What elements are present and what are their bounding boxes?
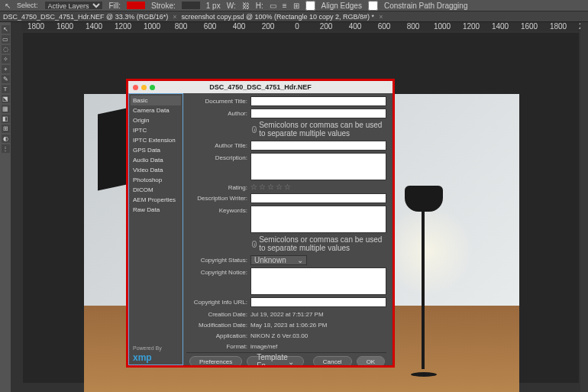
author-title-label: Author Title: xyxy=(186,141,247,149)
metadata-form: Document Title: Author: iSemicolons or c… xyxy=(183,93,393,365)
dialog-footer: Preferences Template Fo… ⌄ Cancel OK xyxy=(186,352,386,365)
category-raw-data[interactable]: Raw Data xyxy=(131,205,181,215)
category-origin[interactable]: Origin xyxy=(131,115,181,125)
tool-button[interactable]: ⊞ xyxy=(2,125,10,133)
fill-swatch[interactable] xyxy=(127,2,145,9)
file-info-dialog: DSC_4750_DSC_4751_Hdr.NEF BasicCamera Da… xyxy=(126,79,395,368)
format-label: Format: xyxy=(186,342,247,350)
powered-by-label: Powered By xyxy=(131,344,181,352)
category-iptc-extension[interactable]: IPTC Extension xyxy=(131,135,181,145)
category-photoshop[interactable]: Photoshop xyxy=(131,175,181,185)
tool-button[interactable]: ✎ xyxy=(2,75,10,83)
stroke-label: Stroke: xyxy=(151,2,176,10)
tool-button[interactable]: ⋮ xyxy=(2,144,10,153)
author-title-input[interactable] xyxy=(250,141,386,151)
tool-button[interactable]: ◌ xyxy=(2,45,10,53)
preferences-button[interactable]: Preferences xyxy=(189,356,242,365)
constrain-checkbox[interactable] xyxy=(368,1,378,11)
horizontal-ruler: 1800160014001200100080060040020002004006… xyxy=(21,22,580,31)
application-value: NIKON Z 6 Ver.03.00 xyxy=(250,331,386,339)
category-basic[interactable]: Basic xyxy=(131,96,181,105)
format-value: image/nef xyxy=(250,342,386,350)
copyright-url-input[interactable] xyxy=(250,297,386,307)
right-panel-strip[interactable] xyxy=(580,22,588,392)
doc-title-input[interactable] xyxy=(250,96,386,106)
keywords-label: Keywords: xyxy=(186,206,247,214)
mod-date-label: Modification Date: xyxy=(186,320,247,329)
copyright-status-label: Copyright Status: xyxy=(186,255,247,264)
tool-button[interactable]: ↖ xyxy=(2,25,10,34)
document-tabs: DSC_4750_DSC_4751_Hdr.NEF @ 33.3% (RGB/1… xyxy=(0,11,588,22)
tools-panel: ↖▭◌✧⌖✎T⬔▦◧⊞◐⋮ xyxy=(0,22,11,392)
info-icon: i xyxy=(252,241,257,248)
path-ops-icon[interactable]: ▭ xyxy=(270,2,276,10)
tool-button[interactable]: ◧ xyxy=(2,115,10,123)
arrange-icon[interactable]: ⊞ xyxy=(293,2,299,10)
author-hint: Semicolons or commas can be used to sepa… xyxy=(259,121,386,138)
category-audio-data[interactable]: Audio Data xyxy=(131,155,181,165)
tool-button[interactable]: ▦ xyxy=(2,105,10,113)
tool-button[interactable]: ✧ xyxy=(2,55,10,63)
tool-button[interactable]: ▭ xyxy=(2,35,10,44)
align-icon[interactable]: ≡ xyxy=(283,2,287,10)
creation-date-value: Jul 19, 2022 at 7:51:27 PM xyxy=(250,309,386,318)
category-iptc[interactable]: IPTC xyxy=(131,125,181,135)
metadata-category-list: BasicCamera DataOriginIPTCIPTC Extension… xyxy=(128,93,183,365)
keywords-input[interactable] xyxy=(250,206,386,233)
mod-date-value: May 18, 2023 at 1:06:26 PM xyxy=(250,320,386,329)
align-edges-label: Align Edges xyxy=(321,2,362,10)
info-icon: i xyxy=(252,126,257,133)
chevron-down-icon: ⌄ xyxy=(288,358,294,366)
tab-doc-1[interactable]: DSC_4750_DSC_4751_Hdr.NEF @ 33.3% (RGB/1… xyxy=(3,13,168,21)
link-icon[interactable]: ⛓ xyxy=(242,2,250,10)
tool-button[interactable]: ⬔ xyxy=(2,95,10,103)
w-label: W: xyxy=(227,2,236,10)
lamp-in-image xyxy=(405,186,466,377)
copyright-notice-label: Copyright Notice: xyxy=(186,267,247,276)
category-camera-data[interactable]: Camera Data xyxy=(131,105,181,115)
constrain-label: Constrain Path Dragging xyxy=(384,2,468,10)
select-label: Select: xyxy=(17,2,38,9)
copyright-status-select[interactable]: Unknown⌄ xyxy=(250,255,307,265)
tool-button[interactable]: T xyxy=(2,85,10,93)
author-input[interactable] xyxy=(250,109,386,118)
tool-button[interactable]: ◐ xyxy=(2,134,10,143)
copyright-notice-input[interactable] xyxy=(250,267,386,295)
chevron-down-icon: ⌄ xyxy=(297,256,303,264)
cancel-button[interactable]: Cancel xyxy=(313,356,352,365)
description-input[interactable] xyxy=(250,153,386,180)
fill-label: Fill: xyxy=(109,2,121,10)
category-video-data[interactable]: Video Data xyxy=(131,165,181,175)
stroke-weight[interactable]: 1 px xyxy=(206,2,221,10)
desc-writer-label: Description Writer: xyxy=(186,193,247,202)
category-dicom[interactable]: DICOM xyxy=(131,185,181,195)
rating-stars[interactable]: ☆☆☆☆☆ xyxy=(250,183,291,191)
select-target-dropdown[interactable]: Active Layers xyxy=(44,1,103,10)
h-label: H: xyxy=(256,2,263,10)
xmp-logo: xmp xyxy=(131,352,181,363)
tab-doc-2[interactable]: screenshot copy.psd @ 100% (Rectangle 10… xyxy=(182,13,375,21)
doc-title-label: Document Title: xyxy=(186,96,247,105)
keywords-hint: Semicolons or commas can be used to sepa… xyxy=(259,235,386,252)
stroke-swatch[interactable] xyxy=(182,2,200,9)
desc-writer-input[interactable] xyxy=(250,193,386,203)
align-edges-checkbox[interactable] xyxy=(305,1,315,11)
rating-label: Rating: xyxy=(186,183,247,191)
category-aem-properties[interactable]: AEM Properties xyxy=(131,195,181,205)
dialog-titlebar[interactable]: DSC_4750_DSC_4751_Hdr.NEF xyxy=(128,81,393,93)
description-label: Description: xyxy=(186,153,247,161)
template-button[interactable]: Template Fo… ⌄ xyxy=(247,356,304,365)
category-gps-data[interactable]: GPS Data xyxy=(131,145,181,155)
ok-button[interactable]: OK xyxy=(357,356,386,365)
move-tool-icon[interactable]: ↖ xyxy=(5,2,11,10)
dialog-title: DSC_4750_DSC_4751_Hdr.NEF xyxy=(128,83,393,91)
options-bar: ↖ Select: Active Layers Fill: Stroke: 1 … xyxy=(0,0,588,11)
application-label: Application: xyxy=(186,331,247,339)
author-label: Author: xyxy=(186,109,247,117)
tool-button[interactable]: ⌖ xyxy=(2,65,10,73)
copyright-url-label: Copyright Info URL: xyxy=(186,297,247,306)
creation-date-label: Creation Date: xyxy=(186,309,247,318)
